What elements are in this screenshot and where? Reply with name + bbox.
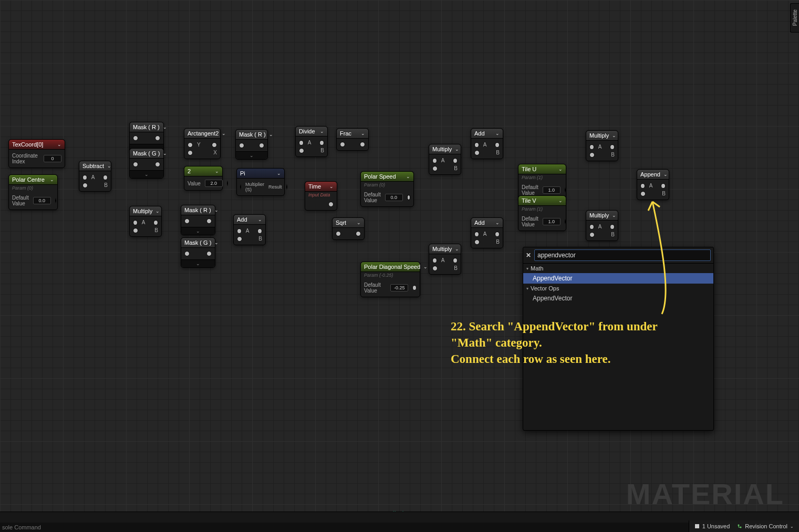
pin-out[interactable] (565, 187, 566, 193)
pin-in[interactable] (336, 231, 341, 236)
default-value-input[interactable] (33, 197, 51, 204)
pin-in-a[interactable] (640, 183, 645, 189)
pin-out[interactable] (495, 142, 500, 148)
node-multiply-speed[interactable]: Multiply⌄ A B (429, 144, 461, 175)
node-add-bottom[interactable]: Add⌄ A B (471, 217, 503, 248)
chevron-down-icon[interactable]: ⌄ (406, 174, 410, 179)
pin-out[interactable] (153, 220, 158, 225)
node-sqrt[interactable]: Sqrt⌄ (332, 217, 365, 240)
chevron-down-icon[interactable]: ⌄ (357, 220, 361, 225)
chevron-down-icon[interactable]: ⌄ (455, 246, 459, 252)
value-input[interactable] (205, 180, 223, 187)
pin-out[interactable] (407, 195, 410, 200)
pin-out[interactable] (227, 181, 228, 186)
pin-out[interactable] (328, 202, 334, 207)
chevron-down-icon[interactable]: ⌄ (107, 163, 111, 169)
pin-out[interactable] (319, 140, 324, 145)
chevron-down-icon[interactable]: ⌄ (50, 177, 54, 182)
console-input[interactable]: sole Command (0, 523, 799, 532)
pin-out[interactable] (453, 158, 458, 163)
pin-in-a[interactable] (432, 258, 437, 263)
chevron-down-icon[interactable]: ⌄ (329, 184, 334, 189)
expand-toggle[interactable]: ⌄ (181, 227, 215, 235)
node-arctangent2[interactable]: Arctangent2⌄ Y X (184, 128, 221, 159)
pin-out[interactable] (453, 258, 458, 263)
expand-toggle[interactable]: ⌄ (181, 259, 215, 267)
pin-out[interactable] (55, 198, 56, 203)
pin-in-b[interactable] (133, 228, 138, 233)
chevron-down-icon[interactable]: ⌄ (495, 131, 500, 136)
pin-in-b[interactable] (589, 152, 595, 158)
pin-in-y[interactable] (188, 142, 193, 148)
pin-in-a[interactable] (589, 144, 594, 150)
pin-out[interactable] (565, 219, 566, 224)
pin-in-a[interactable] (432, 158, 437, 163)
pin-in-a[interactable] (474, 142, 479, 148)
chevron-down-icon[interactable]: ⌄ (558, 198, 563, 203)
chevron-down-icon[interactable]: ⌄ (258, 217, 262, 222)
node-texcoord[interactable]: TexCoord[0]⌄ Coordinate Index (8, 139, 65, 168)
chevron-down-icon[interactable]: ⌄ (361, 131, 365, 136)
node-time[interactable]: Time⌄ Input Data (305, 181, 337, 211)
node-tile-u[interactable]: Tile U⌄ Param (1) Default Value (518, 164, 566, 200)
chevron-down-icon[interactable]: ⌄ (163, 124, 167, 130)
pin-out[interactable] (206, 218, 212, 224)
node-pi[interactable]: Pi⌄ Multiplier (S)Result (236, 168, 285, 196)
pin-in[interactable] (184, 251, 190, 256)
search-input[interactable] (534, 249, 711, 261)
pin-out[interactable] (661, 183, 666, 189)
default-value-input[interactable] (385, 194, 403, 201)
default-value-input[interactable] (390, 284, 408, 291)
node-polar-centre[interactable]: Polar Centre⌄ Param (0) Default Value (8, 174, 58, 210)
pin-in[interactable] (240, 184, 241, 190)
pin-in[interactable] (133, 135, 138, 141)
node-polar-diagonal-speed[interactable]: Polar Diagonal Speed⌄ Param (-0.25) Defa… (360, 262, 420, 297)
pin-in-b[interactable] (474, 239, 480, 245)
coord-index-input[interactable] (44, 155, 61, 162)
node-polar-speed[interactable]: Polar Speed⌄ Param (0) Default Value (360, 171, 414, 207)
pin-out[interactable] (212, 142, 217, 148)
default-value-input[interactable] (543, 186, 561, 194)
chevron-down-icon[interactable]: ⌄ (269, 132, 273, 137)
node-divide[interactable]: Divide⌄ A B (295, 126, 328, 157)
pin-in-b[interactable] (237, 236, 242, 242)
pin-out[interactable] (412, 285, 417, 290)
chevron-down-icon[interactable]: ⌄ (612, 213, 616, 218)
expand-toggle[interactable]: ⌄ (130, 170, 163, 178)
chevron-down-icon[interactable]: ⌄ (663, 172, 668, 177)
pin-out[interactable] (155, 162, 160, 167)
pin-in-b[interactable] (82, 183, 88, 188)
pin-in-b[interactable] (432, 266, 438, 271)
node-tile-v[interactable]: Tile V⌄ Param (1) Default Value (518, 195, 566, 231)
category-vector-ops[interactable]: ▾Vector Ops (523, 284, 713, 293)
node-frac[interactable]: Frac⌄ (336, 128, 369, 151)
category-math[interactable]: ▾Math (523, 264, 713, 273)
search-result-appendvector-math[interactable]: AppendVector (523, 273, 713, 284)
node-subtract[interactable]: Subtract⌄ A B (79, 161, 111, 192)
node-add-top[interactable]: Add⌄ A B (471, 128, 503, 159)
node-multiply-self[interactable]: Multiply⌄ A B (129, 206, 162, 237)
expand-toggle[interactable]: ⌄ (236, 151, 267, 159)
palette-tab[interactable]: Palette (790, 3, 799, 33)
chevron-down-icon[interactable]: ⌄ (222, 131, 226, 136)
chevron-down-icon[interactable]: ⌄ (214, 207, 219, 213)
pin-in[interactable] (184, 218, 190, 224)
chevron-down-icon[interactable]: ⌄ (215, 169, 219, 174)
pin-in-a[interactable] (589, 224, 594, 230)
pin-in[interactable] (239, 143, 244, 148)
pin-in-b[interactable] (640, 191, 646, 196)
pin-out[interactable] (495, 232, 500, 237)
pin-out[interactable] (257, 228, 262, 234)
pin-out[interactable] (360, 142, 365, 147)
pin-in-x[interactable] (188, 150, 193, 155)
pin-out[interactable] (286, 184, 287, 190)
pin-out[interactable] (356, 231, 361, 236)
pin-out[interactable] (610, 144, 615, 150)
pin-out[interactable] (206, 251, 212, 256)
node-constant-2[interactable]: 2⌄ Value (184, 166, 223, 191)
chevron-down-icon[interactable]: ⌄ (163, 151, 167, 156)
chevron-down-icon[interactable]: ⌄ (57, 142, 61, 147)
pin-out[interactable] (103, 175, 108, 180)
chevron-down-icon[interactable]: ⌄ (277, 171, 281, 176)
pin-in-b[interactable] (432, 166, 438, 171)
